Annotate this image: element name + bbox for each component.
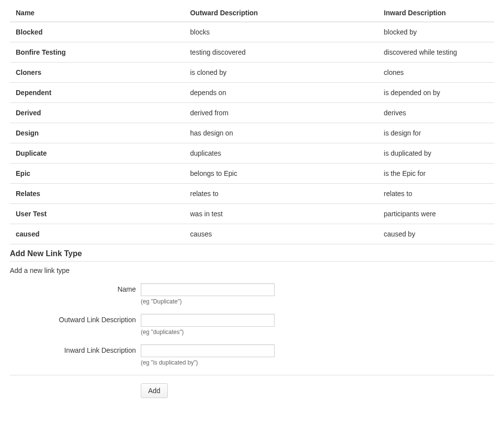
link-type-outward: depends on (184, 83, 378, 103)
inward-input[interactable] (141, 344, 275, 357)
add-link-type-title: Add New Link Type (10, 249, 494, 262)
outward-input[interactable] (141, 314, 275, 327)
link-type-name: Design (10, 123, 184, 143)
column-header-inward: Inward Description (378, 4, 494, 22)
link-type-name: Epic (10, 164, 184, 184)
link-type-outward: relates to (184, 184, 378, 204)
link-type-name: Derived (10, 103, 184, 123)
outward-label: Outward Link Description (10, 314, 141, 324)
table-row: Designhas design onis design for (10, 123, 494, 143)
link-type-inward: relates to (378, 184, 494, 204)
table-row: Bonfire Testingtesting discovereddiscove… (10, 42, 494, 63)
link-type-outward: belongs to Epic (184, 164, 378, 184)
link-type-name: Blocked (10, 22, 184, 42)
link-type-name: Relates (10, 184, 184, 204)
link-type-outward: derived from (184, 103, 378, 123)
link-type-outward: was in test (184, 204, 378, 224)
column-header-outward: Outward Description (184, 4, 378, 22)
add-button[interactable]: Add (141, 383, 168, 398)
column-header-name: Name (10, 4, 184, 22)
link-type-name: Dependent (10, 83, 184, 103)
table-row: Relatesrelates torelates to (10, 184, 494, 204)
link-type-inward: is depended on by (378, 83, 494, 103)
add-link-type-subtitle: Add a new link type (10, 267, 494, 274)
link-type-outward: has design on (184, 123, 378, 143)
link-type-name: Bonfire Testing (10, 42, 184, 63)
link-type-inward: discovered while testing (378, 42, 494, 63)
name-hint: (eg "Duplicate") (141, 298, 494, 305)
link-type-outward: causes (184, 224, 378, 244)
name-input[interactable] (141, 283, 275, 296)
link-type-inward: clones (378, 63, 494, 83)
link-type-outward: testing discovered (184, 42, 378, 63)
link-type-name: Cloners (10, 63, 184, 83)
table-row: Derivedderived fromderives (10, 103, 494, 123)
link-type-inward: is duplicated by (378, 143, 494, 164)
link-type-outward: duplicates (184, 143, 378, 164)
link-type-outward: is cloned by (184, 63, 378, 83)
link-type-inward: derives (378, 103, 494, 123)
link-type-inward: participants were (378, 204, 494, 224)
table-row: Clonersis cloned byclones (10, 63, 494, 83)
form-divider (10, 375, 494, 375)
table-row: Duplicateduplicatesis duplicated by (10, 143, 494, 164)
inward-label: Inward Link Description (10, 344, 141, 354)
link-type-outward: blocks (184, 22, 378, 42)
link-type-name: caused (10, 224, 184, 244)
table-row: Dependentdepends onis depended on by (10, 83, 494, 103)
link-type-inward: is the Epic for (378, 164, 494, 184)
table-row: Epicbelongs to Epicis the Epic for (10, 164, 494, 184)
link-types-table: Name Outward Description Inward Descript… (10, 4, 494, 244)
link-type-name: User Test (10, 204, 184, 224)
inward-hint: (eg "is duplicated by") (141, 359, 494, 366)
table-row: Blockedblocksblocked by (10, 22, 494, 42)
link-type-inward: is design for (378, 123, 494, 143)
link-type-inward: blocked by (378, 22, 494, 42)
link-type-inward: caused by (378, 224, 494, 244)
link-type-name: Duplicate (10, 143, 184, 164)
table-row: User Testwas in testparticipants were (10, 204, 494, 224)
table-row: causedcausescaused by (10, 224, 494, 244)
outward-hint: (eg "duplicates") (141, 329, 494, 335)
name-label: Name (10, 283, 141, 293)
